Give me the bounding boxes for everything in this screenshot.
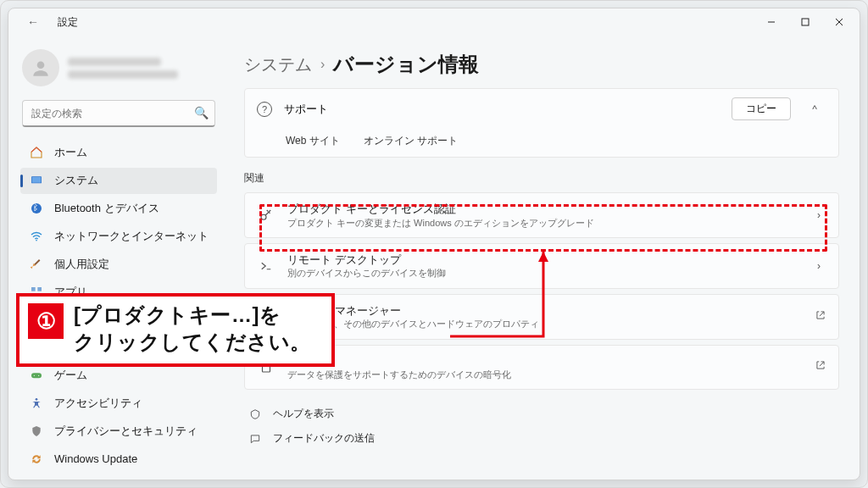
sidebar-item-home[interactable]: ホーム: [20, 140, 217, 166]
sidebar-item-personalization[interactable]: 個人用設定: [20, 251, 217, 277]
sidebar-item-label: アクセシビリティ: [54, 396, 142, 411]
main-content: システム › バージョン情報 ? サポート コピー ^ Web サイト オンライ…: [229, 36, 860, 480]
sidebar-item-label: ホーム: [54, 145, 87, 160]
remote-desktop-icon: [257, 258, 275, 274]
chevron-right-icon: ›: [320, 57, 325, 72]
row-desc: プリンター、その他のデバイスとハードウェアのプロパティ: [287, 318, 803, 330]
search-input[interactable]: [22, 100, 215, 127]
home-icon: [29, 146, 44, 159]
help-icon: ?: [257, 102, 272, 117]
sidebar-item-label: ゲーム: [54, 368, 87, 383]
annotation-number: ①: [28, 303, 64, 339]
row-desc: 別のデバイスからこのデバイスを制御: [287, 267, 799, 279]
search-icon: 🔍: [194, 106, 209, 119]
svg-rect-16: [31, 373, 42, 378]
row-title: リモート デスクトップ: [287, 252, 799, 268]
avatar: [22, 49, 59, 86]
network-icon: [29, 230, 44, 243]
svg-point-20: [261, 214, 266, 219]
chevron-right-icon: ›: [811, 209, 826, 221]
svg-point-4: [37, 61, 45, 69]
row-title: デバイス マネージャー: [287, 303, 803, 319]
row-title: BitLocker: [287, 354, 803, 369]
chevron-right-icon: ›: [811, 260, 826, 272]
system-icon: [29, 174, 44, 187]
page-title: バージョン情報: [333, 51, 479, 78]
windows-update-icon: [29, 452, 44, 466]
external-link-icon: [815, 309, 826, 324]
row-desc: データを保護をサポートするためのデバイスの暗号化: [287, 369, 803, 380]
sidebar-item-windows-update[interactable]: Windows Update: [20, 446, 217, 472]
sidebar-item-bluetooth[interactable]: Bluetooth とデバイス: [20, 196, 217, 222]
section-related: 関連: [244, 171, 839, 186]
svg-point-17: [34, 375, 35, 376]
minimize-button[interactable]: [754, 10, 788, 34]
help-icon: [248, 408, 263, 420]
svg-rect-11: [37, 287, 42, 291]
personalization-icon: [29, 258, 44, 271]
privacy-icon: [29, 424, 44, 438]
titlebar: ← 設定: [8, 8, 860, 36]
maximize-button[interactable]: [788, 10, 822, 34]
sidebar-item-label: システム: [54, 173, 98, 188]
settings-window: ← 設定 🔍 ホーム: [8, 8, 860, 480]
svg-rect-1: [802, 19, 809, 25]
close-button[interactable]: [822, 10, 856, 34]
svg-rect-6: [32, 177, 42, 183]
sidebar-item-label: ネットワークとインターネット: [54, 229, 209, 244]
key-icon: [257, 208, 275, 223]
row-remote-desktop[interactable]: リモート デスクトップ 別のデバイスからこのデバイスを制御 ›: [244, 243, 839, 289]
support-card: ? サポート コピー ^ Web サイト オンライン サポート: [244, 88, 839, 158]
row-title: プロダクト キーとライセンス認証: [287, 202, 799, 217]
row-desc: プロダクト キーの変更または Windows のエディションをアップグレード: [287, 217, 799, 229]
annotation-callout: ① [プロダクトキー…]を クリックしてください。: [16, 293, 335, 367]
help-link-feedback[interactable]: フィードバックの送信: [244, 426, 839, 451]
svg-rect-10: [31, 287, 36, 291]
sidebar-item-network[interactable]: ネットワークとインターネット: [20, 223, 217, 249]
support-link-web[interactable]: Web サイト: [286, 134, 340, 148]
svg-point-18: [38, 375, 39, 376]
sidebar-item-label: Bluetooth とデバイス: [54, 201, 159, 216]
sidebar-item-label: プライバシーとセキュリティ: [54, 424, 198, 439]
sidebar: 🔍 ホーム システム Bluetooth とデバイス ネットワークとインター: [8, 36, 229, 480]
breadcrumb-parent[interactable]: システム: [244, 53, 312, 76]
gaming-icon: [29, 369, 44, 382]
support-label: サポート: [284, 102, 720, 117]
support-link-online[interactable]: オンライン サポート: [364, 134, 458, 148]
bluetooth-icon: [29, 202, 44, 215]
sidebar-item-accessibility[interactable]: アクセシビリティ: [20, 390, 217, 416]
chevron-up-icon[interactable]: ^: [803, 103, 826, 115]
account-block[interactable]: [15, 42, 222, 93]
search-box[interactable]: 🔍: [22, 100, 215, 127]
external-link-icon: [815, 359, 826, 374]
feedback-icon: [248, 433, 263, 445]
back-button[interactable]: ←: [22, 13, 44, 31]
breadcrumb: システム › バージョン情報: [244, 51, 839, 78]
svg-point-19: [36, 398, 38, 401]
sidebar-item-system[interactable]: システム: [20, 168, 217, 194]
annotation-text: [プロダクトキー…]を クリックしてください。: [74, 302, 311, 357]
svg-rect-9: [34, 259, 40, 265]
sidebar-item-label: 個人用設定: [54, 257, 109, 272]
svg-point-8: [36, 240, 37, 241]
copy-button[interactable]: コピー: [732, 97, 791, 120]
accessibility-icon: [29, 396, 44, 410]
window-title: 設定: [58, 15, 78, 30]
sidebar-item-label: Windows Update: [54, 452, 137, 465]
svg-rect-22: [263, 367, 270, 373]
help-link-get-help[interactable]: ヘルプを表示: [244, 402, 839, 426]
sidebar-item-privacy[interactable]: プライバシーとセキュリティ: [20, 418, 217, 444]
row-product-key[interactable]: プロダクト キーとライセンス認証 プロダクト キーの変更または Windows …: [244, 192, 839, 238]
